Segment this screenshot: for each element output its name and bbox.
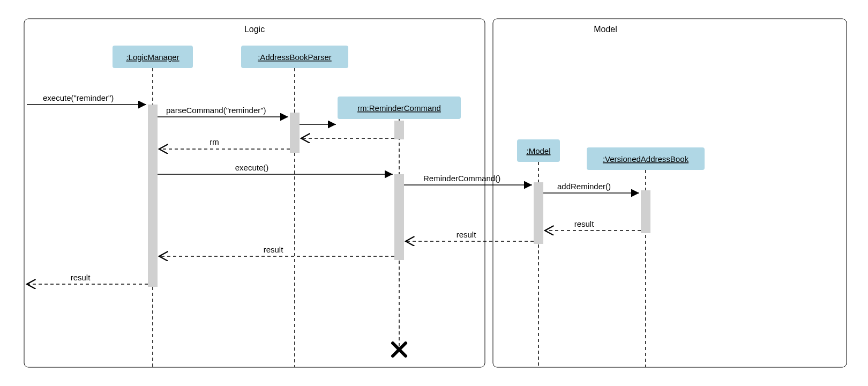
activation-reminder-command-exec xyxy=(394,174,404,260)
lifeline-logic-manager-label: :LogicManager xyxy=(126,53,179,62)
lifeline-model-label: :Model xyxy=(526,146,550,155)
activation-logic-manager xyxy=(148,105,158,287)
sequence-diagram: Logic Model :LogicManager :AddressBookPa… xyxy=(0,0,868,386)
activation-versioned-address-book xyxy=(641,190,650,233)
msg-result-1-label: result xyxy=(574,219,595,228)
frame-logic-label: Logic xyxy=(244,25,265,34)
msg-execute-reminder-label: execute("reminder") xyxy=(43,93,114,102)
msg-execute-label: execute() xyxy=(235,163,269,172)
msg-reminder-command-call-label: ReminderCommand() xyxy=(423,174,500,183)
lifeline-versioned-address-book-label: :VersionedAddressBook xyxy=(603,154,689,164)
lifeline-address-book-parser-label: :AddressBookParser xyxy=(258,53,332,62)
msg-rm-label: rm xyxy=(209,137,219,146)
activation-model xyxy=(534,182,543,244)
msg-result-3-label: result xyxy=(264,245,284,254)
activation-address-book-parser xyxy=(290,113,300,153)
msg-parse-command-label: parseCommand("reminder") xyxy=(166,106,266,115)
frame-model-label: Model xyxy=(594,25,617,34)
msg-result-2-label: result xyxy=(457,230,477,239)
frame-logic xyxy=(24,19,485,367)
lifeline-reminder-command-label: rm:ReminderCommand xyxy=(357,103,441,113)
msg-result-4-label: result xyxy=(71,273,91,282)
activation-reminder-command-create xyxy=(394,121,404,139)
msg-add-reminder-label: addReminder() xyxy=(557,182,611,191)
